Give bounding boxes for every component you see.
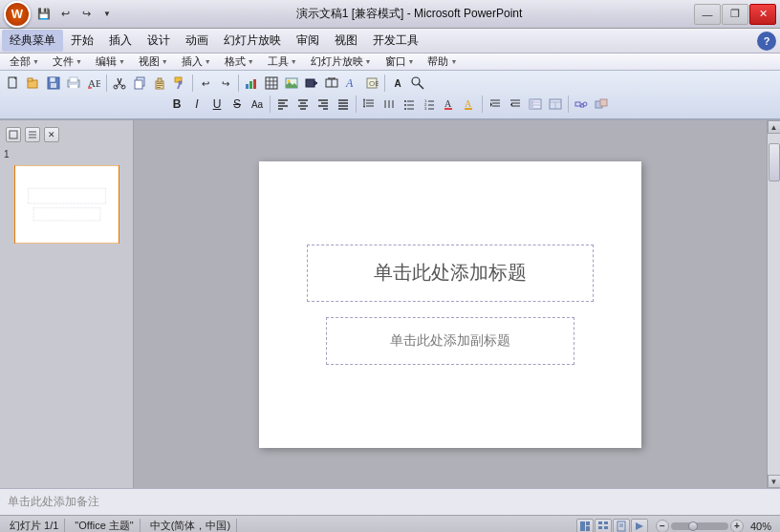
menu-home[interactable]: 开始 [63, 30, 101, 52]
reading-view-btn[interactable] [613, 519, 630, 533]
open-btn[interactable] [24, 74, 43, 93]
theme-info: "Office 主题" [69, 519, 140, 532]
menu-design[interactable]: 设计 [140, 30, 178, 52]
decrease-indent-btn[interactable] [506, 95, 525, 114]
slide-thumbnail[interactable] [14, 165, 119, 244]
submenu-view[interactable]: 视图▼ [133, 53, 174, 71]
submenu-window[interactable]: 窗口▼ [379, 53, 421, 71]
svg-rect-24 [179, 81, 182, 84]
bold-btn2[interactable]: A [388, 74, 407, 93]
slideshow-btn[interactable] [631, 519, 648, 533]
redo-btn[interactable]: ↪ [216, 74, 235, 93]
copy-btn[interactable] [130, 74, 149, 93]
panel-btn-2[interactable] [25, 127, 40, 142]
scroll-down-btn[interactable]: ▼ [768, 475, 781, 488]
scroll-thumb-v[interactable] [769, 143, 780, 181]
draw-shapes-btn[interactable] [572, 95, 591, 114]
cut-btn[interactable] [110, 74, 129, 93]
svg-rect-104 [575, 102, 580, 106]
insert-textbox-btn[interactable] [322, 74, 341, 93]
office-button[interactable]: W [4, 1, 31, 28]
bold-btn[interactable]: B [167, 95, 186, 114]
minimize-button[interactable]: — [694, 4, 721, 25]
menu-review[interactable]: 审阅 [289, 30, 327, 52]
insert-obj-btn[interactable]: OB [362, 74, 381, 93]
align-right-btn[interactable] [314, 95, 333, 114]
submenu-tools[interactable]: 工具▼ [262, 53, 303, 71]
find-btn[interactable] [408, 74, 427, 93]
design-template-btn[interactable] [526, 95, 545, 114]
columns-btn[interactable] [379, 95, 399, 114]
menu-slideshow[interactable]: 幻灯片放映 [216, 30, 289, 52]
font-color2-btn[interactable]: A [460, 95, 479, 114]
title-placeholder[interactable]: 单击此处添加标题 [307, 245, 594, 302]
italic-btn[interactable]: I [187, 95, 206, 114]
main-area: ✕ 1 单击此处添加标题 单击此处添加副标题 ▲ ▼ [0, 120, 780, 488]
scroll-up-btn[interactable]: ▲ [768, 120, 781, 134]
menu-insert[interactable]: 插入 [101, 30, 140, 52]
save-quick-btn[interactable]: 💾 [34, 5, 54, 24]
line-spacing-btn[interactable] [359, 95, 379, 114]
help-button[interactable]: ? [757, 32, 776, 51]
svg-line-47 [419, 84, 423, 89]
svg-rect-10 [70, 85, 77, 88]
print-preview-btn[interactable] [64, 74, 83, 93]
underline-btn[interactable]: U [207, 95, 227, 114]
restore-button[interactable]: ❐ [722, 4, 748, 25]
undo-btn[interactable]: ↩ [196, 74, 215, 93]
insert-table-btn[interactable] [262, 74, 281, 93]
spell-check-btn[interactable]: ABC [84, 74, 103, 93]
normal-view-btn[interactable] [576, 519, 594, 533]
panel-btn-1[interactable] [6, 127, 21, 142]
font-color-btn[interactable]: A [440, 95, 459, 114]
new-btn[interactable] [4, 74, 23, 93]
svg-text:ABC: ABC [88, 77, 100, 89]
align-left-btn[interactable] [273, 95, 292, 114]
svg-rect-19 [158, 78, 162, 82]
submenu-help[interactable]: 帮助▼ [422, 53, 463, 71]
submenu-slideshow2[interactable]: 幻灯片放映▼ [305, 53, 378, 71]
menu-developer[interactable]: 开发工具 [365, 30, 426, 52]
arrange-btn[interactable] [592, 95, 611, 114]
slide-layout-btn[interactable] [546, 95, 565, 114]
close-button[interactable]: ✕ [749, 4, 776, 25]
redo-quick-btn[interactable]: ↪ [76, 5, 96, 24]
increase-indent-btn[interactable] [486, 95, 505, 114]
menu-classic[interactable]: 经典菜单 [2, 30, 63, 52]
zoom-thumb[interactable] [688, 521, 698, 531]
notes-bar[interactable]: 单击此处添加备注 [0, 488, 780, 515]
subtitle-placeholder[interactable]: 单击此处添加副标题 [326, 317, 574, 365]
align-center-btn[interactable] [293, 95, 313, 114]
insert-picture-btn[interactable] [282, 74, 301, 93]
svg-rect-21 [157, 85, 162, 86]
zoom-slider[interactable] [671, 522, 728, 530]
customize-quick-btn[interactable]: ▼ [98, 5, 117, 24]
insert-chart-btn[interactable] [242, 74, 261, 93]
submenu-all[interactable]: 全部▼ [4, 53, 45, 71]
numbering-btn[interactable]: 1.2.3. [420, 95, 439, 114]
format-painter-btn[interactable] [170, 74, 189, 93]
paste-btn[interactable] [150, 74, 169, 93]
menu-animation[interactable]: 动画 [178, 30, 216, 52]
zoom-plus-btn[interactable]: + [730, 520, 744, 533]
insert-wordart-btn[interactable]: A [342, 74, 361, 93]
slide-sorter-btn[interactable] [595, 519, 612, 533]
menu-view[interactable]: 视图 [327, 30, 365, 52]
bullets-btn[interactable] [400, 95, 419, 114]
strikethrough-btn[interactable]: S [228, 95, 247, 114]
justify-btn[interactable] [334, 95, 353, 114]
undo-quick-btn[interactable]: ↩ [55, 5, 75, 24]
zoom-label[interactable]: 40% [746, 521, 776, 532]
title-bar: W 💾 ↩ ↪ ▼ 演示文稿1 [兼容模式] - Microsoft Power… [0, 0, 780, 29]
svg-text:A: A [465, 98, 472, 109]
insert-video-btn[interactable] [302, 74, 321, 93]
panel-close-btn[interactable]: ✕ [44, 127, 59, 142]
scroll-track-v[interactable] [768, 134, 781, 475]
submenu-insert[interactable]: 插入▼ [176, 53, 217, 71]
zoom-minus-btn[interactable]: − [656, 520, 669, 533]
font-case-btn[interactable]: Aa [248, 95, 267, 114]
submenu-format[interactable]: 格式▼ [219, 53, 260, 71]
submenu-file[interactable]: 文件▼ [47, 53, 88, 71]
submenu-edit[interactable]: 编辑▼ [90, 53, 131, 71]
save-btn[interactable] [44, 74, 63, 93]
